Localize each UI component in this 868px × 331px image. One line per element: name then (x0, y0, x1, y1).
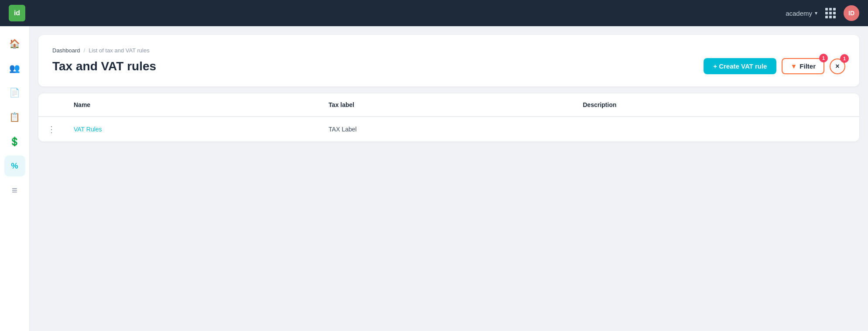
col-description: Description (574, 93, 859, 117)
avatar[interactable]: ID (844, 5, 859, 21)
sidebar-item-reports[interactable]: 📋 (4, 107, 25, 128)
breadcrumb: Dashboard / List of tax and VAT rules (52, 47, 845, 54)
filter-button[interactable]: ▼ Filter (782, 58, 824, 74)
apps-icon[interactable] (825, 8, 836, 18)
header-actions: + Create VAT rule ▼ Filter 1 × 1 (704, 58, 845, 74)
row-description-cell (574, 117, 859, 141)
breadcrumb-current: List of tax and VAT rules (89, 47, 149, 54)
filter-icon: ▼ (790, 62, 797, 70)
topnav-right: academy ▾ ID (786, 5, 859, 21)
vat-rule-link[interactable]: VAT Rules (74, 126, 102, 133)
filter-badge: 1 (819, 54, 828, 62)
sidebar-item-home[interactable]: 🏠 (4, 33, 25, 54)
page-header: Tax and VAT rules + Create VAT rule ▼ Fi… (52, 58, 845, 74)
table-body: ⋮ VAT Rules TAX Label (38, 117, 859, 141)
filter-wrapper: ▼ Filter 1 (782, 58, 824, 74)
documents-icon: 📄 (9, 87, 20, 98)
table-row: ⋮ VAT Rules TAX Label (38, 117, 859, 141)
company-dropdown[interactable]: academy ▾ (786, 10, 817, 17)
topnav: id academy ▾ ID (0, 0, 868, 26)
home-icon: 🏠 (9, 38, 20, 49)
col-tax-label: Tax label (320, 93, 574, 117)
sidebar-item-tax[interactable]: % (4, 155, 25, 176)
row-menu-icon[interactable]: ⋮ (47, 124, 56, 134)
create-vat-rule-button[interactable]: + Create VAT rule (704, 58, 776, 74)
table-card: Name Tax label Description ⋮ VAT Rules T… (38, 93, 859, 141)
row-tax-label-cell: TAX Label (320, 117, 574, 141)
page-header-card: Dashboard / List of tax and VAT rules Ta… (38, 35, 859, 86)
main-content: Dashboard / List of tax and VAT rules Ta… (30, 26, 868, 331)
sidebar-item-invoices[interactable]: 💲 (4, 131, 25, 152)
breadcrumb-home[interactable]: Dashboard (52, 47, 80, 54)
sidebar-item-documents[interactable]: 📄 (4, 82, 25, 103)
menu-icon: ≡ (12, 185, 17, 196)
sidebar-item-settings[interactable]: ≡ (4, 180, 25, 201)
close-filter-wrapper: × 1 (830, 59, 845, 74)
company-name: academy (786, 10, 812, 17)
row-menu-cell: ⋮ (38, 117, 65, 141)
col-name: Name (65, 93, 320, 117)
invoices-icon: 💲 (9, 136, 20, 147)
col-menu (38, 93, 65, 117)
vat-rules-table: Name Tax label Description ⋮ VAT Rules T… (38, 93, 859, 141)
table-header-row: Name Tax label Description (38, 93, 859, 117)
tax-icon: % (11, 162, 18, 171)
sidebar-item-users[interactable]: 👥 (4, 58, 25, 79)
topnav-left: id (9, 5, 25, 21)
row-name-cell: VAT Rules (65, 117, 320, 141)
layout: 🏠 👥 📄 📋 💲 % ≡ Dashboard / List of tax an… (0, 26, 868, 331)
chevron-down-icon: ▾ (815, 10, 817, 16)
breadcrumb-separator: / (84, 47, 85, 54)
table-header: Name Tax label Description (38, 93, 859, 117)
sidebar: 🏠 👥 📄 📋 💲 % ≡ (0, 26, 30, 331)
logo: id (9, 5, 25, 21)
page-title: Tax and VAT rules (52, 59, 156, 73)
reports-icon: 📋 (9, 112, 20, 122)
filter-label: Filter (800, 62, 816, 70)
users-icon: 👥 (9, 63, 20, 73)
close-filter-badge: 1 (840, 54, 849, 63)
